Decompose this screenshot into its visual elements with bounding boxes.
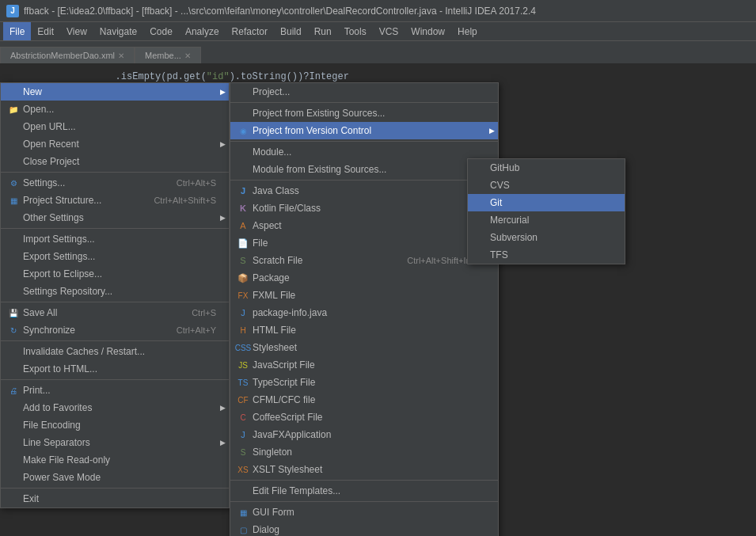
editor-tabs: AbstrictionMemberDao.xml ✕ Membe... ✕ bbox=[0, 41, 756, 63]
vcs-github[interactable]: GitHub bbox=[468, 159, 625, 177]
print-icon: 🖨 bbox=[7, 384, 20, 397]
tab-close-icon-2[interactable]: ✕ bbox=[184, 51, 191, 60]
export-settings-icon bbox=[7, 250, 20, 263]
file-menu-print[interactable]: 🖨 Print... bbox=[1, 382, 229, 399]
scratch-icon: S bbox=[237, 254, 249, 267]
new-xslt-stylesheet[interactable]: XS XSLT Stylesheet bbox=[230, 461, 498, 478]
file-menu-invalidate-caches[interactable]: Invalidate Caches / Restart... bbox=[1, 343, 229, 360]
menu-edit[interactable]: Edit bbox=[31, 22, 60, 40]
new-module[interactable]: Module... bbox=[230, 143, 498, 161]
favorites-icon bbox=[7, 401, 20, 414]
new-coffeescript-file[interactable]: C CoffeeScript File bbox=[230, 409, 498, 426]
menu-code[interactable]: Code bbox=[143, 22, 179, 40]
menu-bar: File Edit View Navigate Code Analyze Ref… bbox=[0, 22, 756, 41]
new-stylesheet[interactable]: CSS Stylesheet bbox=[230, 339, 498, 356]
new-edit-file-templates[interactable]: Edit File Templates... bbox=[230, 482, 498, 500]
new-sep-3 bbox=[230, 180, 498, 181]
github-icon bbox=[474, 162, 487, 174]
menu-tools[interactable]: Tools bbox=[338, 22, 373, 40]
aspect-icon: A bbox=[237, 219, 249, 232]
file-menu-power-save[interactable]: Power Save Mode bbox=[1, 469, 229, 486]
new-singleton[interactable]: S Singleton bbox=[230, 443, 498, 461]
file-dropdown: New 📁 Open... Open URL... Open Recent Cl… bbox=[0, 82, 230, 508]
settings-repository-icon bbox=[7, 285, 20, 298]
menu-refactor[interactable]: Refactor bbox=[226, 22, 274, 40]
file-menu-exit[interactable]: Exit bbox=[1, 490, 229, 507]
file-menu-close-project[interactable]: Close Project bbox=[1, 153, 229, 170]
new-java-class[interactable]: J Java Class bbox=[230, 182, 498, 200]
new-project-vcs[interactable]: ◉ Project from Version Control bbox=[230, 122, 498, 139]
main-area: AbstrictionMemberDao.xml ✕ Membe... ✕ .i… bbox=[0, 41, 756, 536]
file-menu-line-separators[interactable]: Line Separators bbox=[1, 434, 229, 451]
tab-abstraction-member-dao[interactable]: AbstrictionMemberDao.xml ✕ bbox=[0, 47, 135, 63]
new-javascript-file[interactable]: JS JavaScript File bbox=[230, 356, 498, 374]
new-cfml-file[interactable]: CF CFML/CFC file bbox=[230, 391, 498, 409]
new-package[interactable]: 📦 Package bbox=[230, 269, 498, 287]
export-html-icon bbox=[7, 363, 20, 375]
js-icon: JS bbox=[237, 359, 249, 371]
file-menu-file-encoding[interactable]: File Encoding bbox=[1, 416, 229, 434]
vcs-subversion[interactable]: Subversion bbox=[468, 229, 625, 246]
file-menu-import-settings[interactable]: Import Settings... bbox=[1, 230, 229, 248]
new-fxml-file[interactable]: FX FXML File bbox=[230, 287, 498, 304]
menu-window[interactable]: Window bbox=[405, 22, 451, 40]
new-package-info[interactable]: J package-info.java bbox=[230, 304, 498, 321]
new-scratch-file[interactable]: S Scratch File Ctrl+Alt+Shift+Insert bbox=[230, 252, 498, 269]
kotlin-class-icon: K bbox=[237, 202, 249, 215]
tab-close-icon[interactable]: ✕ bbox=[118, 51, 124, 60]
new-project-existing[interactable]: Project from Existing Sources... bbox=[230, 105, 498, 122]
new-gui-form[interactable]: ▦ GUI Form bbox=[230, 504, 498, 521]
file-icon: 📄 bbox=[237, 237, 249, 249]
file-menu-settings[interactable]: ⚙ Settings... Ctrl+Alt+S bbox=[1, 174, 229, 192]
menu-vcs[interactable]: VCS bbox=[373, 22, 405, 40]
new-module-existing[interactable]: Module from Existing Sources... bbox=[230, 161, 498, 178]
file-menu-open-url[interactable]: Open URL... bbox=[1, 118, 229, 135]
new-typescript-file[interactable]: TS TypeScript File bbox=[230, 374, 498, 391]
new-file[interactable]: 📄 File bbox=[230, 234, 498, 252]
file-menu-save-all[interactable]: 💾 Save All Ctrl+S bbox=[1, 304, 229, 321]
package-info-icon: J bbox=[237, 306, 249, 319]
menu-help[interactable]: Help bbox=[451, 22, 484, 40]
menu-analyze[interactable]: Analyze bbox=[179, 22, 226, 40]
new-dialog[interactable]: ▢ Dialog bbox=[230, 521, 498, 536]
vcs-cvs[interactable]: CVS bbox=[468, 177, 625, 194]
menu-navigate[interactable]: Navigate bbox=[93, 22, 143, 40]
new-javafx-application[interactable]: J JavaFXApplication bbox=[230, 426, 498, 443]
vcs-git[interactable]: Git bbox=[468, 194, 625, 211]
file-menu-other-settings[interactable]: Other Settings bbox=[1, 209, 229, 226]
subversion-icon bbox=[474, 231, 487, 244]
menu-view[interactable]: View bbox=[60, 22, 93, 40]
new-kotlin-class[interactable]: K Kotlin File/Class bbox=[230, 200, 498, 217]
separator-5 bbox=[1, 379, 229, 380]
file-menu-project-structure[interactable]: ▦ Project Structure... Ctrl+Alt+Shift+S bbox=[1, 192, 229, 209]
menu-build[interactable]: Build bbox=[274, 22, 308, 40]
project-existing-icon bbox=[237, 107, 249, 120]
file-menu-export-html[interactable]: Export to HTML... bbox=[1, 360, 229, 378]
coffee-icon: C bbox=[237, 411, 249, 424]
project-structure-icon: ▦ bbox=[7, 194, 20, 207]
file-menu-open-recent[interactable]: Open Recent bbox=[1, 135, 229, 153]
vcs-tfs[interactable]: TFS bbox=[468, 246, 625, 264]
java-class-icon: J bbox=[237, 184, 249, 197]
vcs-submenu: GitHub CVS Git Mercurial Subversion TFS bbox=[467, 158, 625, 264]
save-all-icon: 💾 bbox=[7, 306, 20, 319]
file-menu-settings-repository[interactable]: Settings Repository... bbox=[1, 283, 229, 300]
new-aspect[interactable]: A Aspect bbox=[230, 217, 498, 234]
file-menu-add-to-favorites[interactable]: Add to Favorites bbox=[1, 399, 229, 416]
file-menu-export-eclipse[interactable]: Export to Eclipse... bbox=[1, 265, 229, 283]
vcs-mercurial[interactable]: Mercurial bbox=[468, 211, 625, 229]
file-menu-make-read-only[interactable]: Make File Read-only bbox=[1, 451, 229, 469]
module-existing-icon bbox=[237, 163, 249, 176]
menu-file[interactable]: File bbox=[3, 22, 31, 40]
file-menu-synchronize[interactable]: ↻ Synchronize Ctrl+Alt+Y bbox=[1, 321, 229, 339]
xslt-icon: XS bbox=[237, 463, 249, 476]
synchronize-icon: ↻ bbox=[7, 324, 20, 336]
tab-member[interactable]: Membe... ✕ bbox=[135, 47, 201, 63]
file-menu-export-settings[interactable]: Export Settings... bbox=[1, 248, 229, 265]
file-menu-new[interactable]: New bbox=[1, 83, 229, 101]
new-project[interactable]: Project... bbox=[230, 83, 498, 101]
menu-run[interactable]: Run bbox=[308, 22, 338, 40]
new-html-file[interactable]: H HTML File bbox=[230, 321, 498, 339]
file-menu-open[interactable]: 📁 Open... bbox=[1, 101, 229, 118]
new-sep-4 bbox=[230, 480, 498, 481]
